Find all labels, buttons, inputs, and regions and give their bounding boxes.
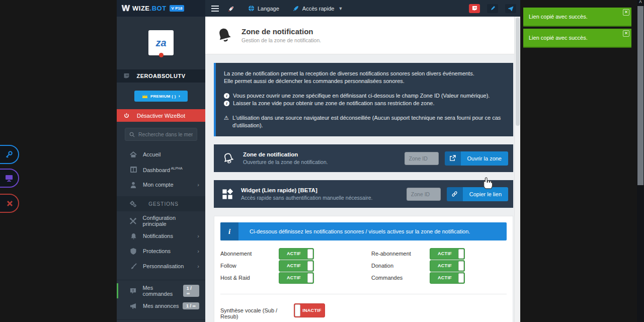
toggle-knob: [307, 249, 313, 259]
toggle-knob: [295, 304, 300, 316]
brand-name: WIZE.BOT: [132, 5, 167, 12]
sidebar-item-accueil[interactable]: Accueil: [117, 147, 205, 162]
search-input[interactable]: [138, 131, 193, 137]
count-badge: 1 / ∞: [183, 285, 199, 297]
zone-row-title: Zone de notification: [243, 151, 328, 157]
sidebar-item-notifications[interactable]: Notifications ›: [117, 228, 205, 244]
sidebar-item-personnalisation[interactable]: Personnalisation ›: [117, 259, 205, 274]
toggle-commandes[interactable]: ACTIF: [430, 272, 465, 284]
rocket-blue-icon: [292, 5, 299, 12]
os-scrollbar[interactable]: ^: [637, 0, 644, 322]
zone-id-input[interactable]: [405, 152, 439, 165]
section-gestions: GESTIONS: [117, 196, 205, 211]
toggle-host-raid[interactable]: ACTIF: [279, 272, 314, 284]
zone-row-subtitle: Ouverture de la zone de notification.: [243, 159, 328, 165]
plane-button[interactable]: [505, 4, 516, 13]
monitor-icon: [5, 175, 13, 182]
language-menu[interactable]: Langage: [248, 5, 279, 12]
toggle-label: Re-abonnement: [371, 251, 430, 257]
toast-success: Lien copié avec succès. ✕: [523, 29, 631, 48]
power-icon: [124, 113, 129, 118]
pen-icon: [490, 6, 496, 11]
info-banner: i Ci-dessous définissez les notification…: [220, 222, 507, 240]
sidebar-item-configuration[interactable]: Configuration principale: [117, 213, 205, 228]
info-icon: i: [224, 101, 229, 106]
toggle-tts[interactable]: INACTIF: [294, 303, 325, 317]
toggle-label: Follow: [220, 263, 279, 269]
mouse-cursor: [482, 177, 493, 190]
avatar[interactable]: za: [148, 30, 174, 55]
intro-line: Elle permet aussi de déclencher les comm…: [224, 77, 505, 85]
page-title: Zone de notification: [242, 27, 321, 36]
notifications-card: i Ci-dessous définissez les notification…: [214, 216, 513, 322]
sidebar-search[interactable]: [125, 128, 197, 141]
toggle-donation[interactable]: ACTIF: [430, 260, 465, 272]
toggle-label: Host & Raid: [220, 275, 279, 281]
toggle-knob: [458, 273, 464, 283]
brush-icon: [130, 263, 137, 270]
twitch-icon: [472, 6, 477, 12]
open-zone-button[interactable]: Ouvrir la zone: [445, 151, 508, 166]
intro-info: iVous pouvez ouvrir une zone spécifique …: [224, 92, 505, 100]
toast-success: Lien copié avec succès. ✕: [523, 8, 631, 27]
quick-access-menu[interactable]: Accès rapide ▼: [292, 5, 343, 12]
info-icon: i: [220, 222, 238, 240]
crown-icon: [142, 94, 148, 99]
quick-pill-monitor[interactable]: [0, 169, 19, 188]
status-dot: [159, 53, 164, 57]
paper-plane-icon: [508, 6, 514, 12]
wizebot-logo-icon: W: [122, 4, 129, 14]
hamburger-menu-icon[interactable]: [211, 4, 219, 13]
sidebar-item-mon-compte[interactable]: Mon compte ›: [117, 177, 205, 192]
disable-wizebot-button[interactable]: Désactiver WizeBot: [117, 109, 205, 122]
toggle-abonnement[interactable]: ACTIF: [279, 248, 314, 260]
info-icon: i: [224, 93, 229, 99]
toggle-follow[interactable]: ACTIF: [279, 260, 314, 272]
external-link-icon: [445, 151, 461, 166]
toggle-reabonnement[interactable]: ACTIF: [430, 248, 465, 260]
username-bar: ZEROABSOLUTV: [117, 69, 205, 83]
intro-info: iLaisser la zone vide pour obtenir une z…: [224, 100, 505, 107]
bell-icon: [130, 233, 137, 239]
chevron-right-icon: ›: [197, 233, 199, 239]
rocket-red-icon[interactable]: [228, 5, 235, 12]
active-indicator: [117, 283, 118, 298]
toggle-knob: [307, 261, 313, 271]
chevron-right-icon: ›: [197, 248, 199, 254]
dashboard-icon: [130, 167, 137, 173]
globe-icon: [248, 5, 255, 12]
quick-pill-close[interactable]: [0, 194, 19, 213]
widget-row: Widget (Lien rapide) [BETA] Accès rapide…: [214, 180, 513, 208]
twitch-button[interactable]: [469, 4, 480, 13]
scroll-up-icon[interactable]: ^: [637, 0, 644, 6]
toggle-label: Donation: [371, 263, 430, 269]
quick-pill-key[interactable]: [0, 145, 19, 164]
sidebar-item-mes-commandes[interactable]: Mes commandes 1 / ∞: [117, 283, 205, 298]
chat-exclamation-icon: [130, 288, 136, 294]
intro-line: La zone de notification permet la recept…: [224, 70, 505, 77]
scrollbar-thumb[interactable]: [637, 6, 643, 185]
chevron-right-icon: ›: [179, 94, 180, 99]
brand[interactable]: W WIZE.BOT V P18: [117, 0, 205, 17]
page-scrollbar[interactable]: [514, 17, 520, 322]
sidebar-item-protections[interactable]: Protections ›: [117, 244, 205, 259]
topbar: W WIZE.BOT V P18 Langage Accès rapide ▼: [117, 0, 520, 17]
page-header: Zone de notification Gestion de la zone …: [205, 17, 520, 54]
shield-icon: [130, 248, 137, 255]
copy-link-button[interactable]: Copier le lien: [447, 187, 508, 201]
intro-panel: La zone de notification permet la recept…: [214, 63, 513, 136]
close-icon[interactable]: ✕: [623, 9, 629, 16]
widget-zone-id-input[interactable]: [407, 188, 441, 201]
sidebar-item-mes-annonces[interactable]: Mes annonces 1 / ∞: [117, 298, 205, 313]
tts-label: Synthèse vocale (Sub / Resub): [220, 307, 294, 322]
key-icon: [5, 150, 13, 158]
chevron-down-icon: ▼: [338, 6, 343, 11]
toggle-label: Abonnement: [220, 251, 279, 257]
chevron-right-icon: ›: [197, 182, 199, 188]
pen-button[interactable]: [487, 4, 498, 13]
sidebar-item-dashboard[interactable]: DashboardALPHA: [117, 162, 205, 177]
close-icon[interactable]: ✕: [623, 30, 629, 37]
widget-row-title: Widget (Lien rapide) [BETA]: [241, 187, 373, 193]
home-icon: [130, 151, 137, 158]
premium-button[interactable]: PREMIUM ( ) ›: [134, 91, 188, 102]
